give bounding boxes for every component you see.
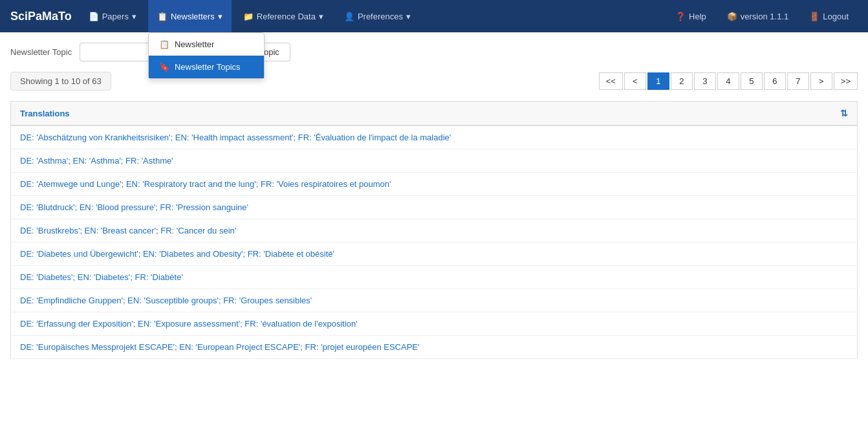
user-icon: 👤: [344, 12, 354, 21]
papers-caret-icon: ▾: [132, 12, 136, 21]
table-row: DE: 'Asthma'; EN: 'Asthma'; FR: 'Asthme': [11, 149, 858, 173]
reference-data-button[interactable]: 📁 Reference Data ▾: [234, 0, 332, 32]
sort-icon[interactable]: ⇅: [840, 108, 848, 118]
version-label: version 1.1.1: [741, 12, 788, 21]
page-7-button[interactable]: 7: [787, 72, 809, 90]
newspaper-icon: 📄: [89, 12, 99, 21]
table-cell-translations[interactable]: DE: 'Empfindliche Gruppen'; EN: 'Suscept…: [11, 289, 858, 312]
nav-reference-data: 📁 Reference Data ▾: [234, 0, 332, 32]
help-button[interactable]: ❓ Help: [666, 0, 715, 32]
table-header-row: Translations ⇅: [11, 102, 858, 126]
main-content: Newsletter Topic New Topic Showing 1 to …: [0, 32, 868, 369]
table-cell-translations[interactable]: DE: 'Atemwege und Lunge'; EN: 'Respirato…: [11, 173, 858, 196]
page-next-button[interactable]: >: [810, 72, 832, 90]
table-cell-translations[interactable]: DE: 'Erfassung der Exposition'; EN: 'Exp…: [11, 312, 858, 336]
help-label: Help: [689, 12, 706, 21]
table-cell-translations[interactable]: DE: 'Asthma'; EN: 'Asthma'; FR: 'Asthme': [11, 149, 858, 173]
search-label: Newsletter Topic: [10, 47, 72, 57]
brand[interactable]: SciPaMaTo: [10, 10, 72, 23]
newsletter-icon: 📋: [157, 12, 168, 21]
preferences-caret-icon: ▾: [406, 12, 411, 21]
table-cell-translations[interactable]: DE: 'Europäisches Messprojekt ESCAPE'; E…: [11, 336, 858, 359]
newsletter-item-label: Newsletter: [175, 39, 214, 49]
newsletter-topics-item-icon: 🔖: [159, 62, 169, 72]
table-row: DE: 'Blutdruck'; EN: 'Blood pressure'; F…: [11, 196, 858, 219]
version-icon: 📦: [727, 12, 737, 21]
page-first-button[interactable]: <<: [599, 72, 623, 90]
logout-icon: 🚪: [809, 12, 819, 21]
page-2-button[interactable]: 2: [671, 72, 693, 90]
table-cell-translations[interactable]: DE: 'Diabetes und Übergewicht'; EN: 'Dia…: [11, 243, 858, 266]
newsletters-dropdown: 📋 Newsletter 🔖 Newsletter Topics: [148, 32, 265, 79]
showing-text: Showing 1 to 10 of 63: [10, 72, 111, 91]
translations-header-label: Translations: [20, 109, 70, 118]
newsletters-button[interactable]: 📋 Newsletters ▾: [148, 0, 232, 32]
data-table: Translations ⇅ DE: 'Abschätzung von Kran…: [10, 101, 858, 359]
dropdown-item-newsletter[interactable]: 📋 Newsletter: [149, 33, 264, 56]
papers-label: Papers: [102, 12, 129, 21]
table-cell-translations[interactable]: DE: 'Abschätzung von Krankheitsrisiken';…: [11, 125, 858, 149]
table-cell-translations[interactable]: DE: 'Diabetes'; EN: 'Diabetes'; FR: 'Dia…: [11, 266, 858, 289]
table-row: DE: 'Empfindliche Gruppen'; EN: 'Suscept…: [11, 289, 858, 312]
logout-label: Logout: [823, 12, 849, 21]
table-row: DE: 'Diabetes und Übergewicht'; EN: 'Dia…: [11, 243, 858, 266]
newsletter-topics-item-label: Newsletter Topics: [175, 62, 241, 72]
page-6-button[interactable]: 6: [764, 72, 786, 90]
table-cell-translations[interactable]: DE: 'Blutdruck'; EN: 'Blood pressure'; F…: [11, 196, 858, 219]
nav-right: ❓ Help 📦 version 1.1.1 🚪 Logout: [666, 0, 858, 32]
folder-icon: 📁: [243, 12, 254, 21]
page-3-button[interactable]: 3: [694, 72, 716, 90]
reference-data-caret-icon: ▾: [319, 12, 323, 21]
dropdown-item-newsletter-topics[interactable]: 🔖 Newsletter Topics: [149, 56, 264, 78]
preferences-button[interactable]: 👤 Preferences ▾: [335, 0, 420, 32]
newsletters-label: Newsletters: [171, 12, 215, 21]
nav-newsletters: 📋 Newsletters ▾ 📋 Newsletter 🔖 Newslette…: [148, 0, 232, 32]
newsletter-item-icon: 📋: [159, 39, 169, 49]
table-body: DE: 'Abschätzung von Krankheitsrisiken';…: [11, 125, 858, 359]
translations-header: Translations ⇅: [11, 102, 857, 125]
version-button[interactable]: 📦 version 1.1.1: [718, 0, 797, 32]
navbar: SciPaMaTo 📄 Papers ▾ 📋 Newsletters ▾ 📋 N…: [0, 0, 868, 32]
preferences-label: Preferences: [358, 12, 403, 21]
table-row: DE: 'Brustkrebs'; EN: 'Breast cancer'; F…: [11, 219, 858, 243]
table-row: DE: 'Diabetes'; EN: 'Diabetes'; FR: 'Dia…: [11, 266, 858, 289]
table-row: DE: 'Europäisches Messprojekt ESCAPE'; E…: [11, 336, 858, 359]
table-row: DE: 'Erfassung der Exposition'; EN: 'Exp…: [11, 312, 858, 336]
logout-button[interactable]: 🚪 Logout: [800, 0, 858, 32]
page-5-button[interactable]: 5: [741, 72, 763, 90]
nav-papers: 📄 Papers ▾: [80, 0, 146, 32]
pagination-area: Showing 1 to 10 of 63 << < 1 2 3 4 5 6 7…: [10, 72, 858, 91]
help-icon: ❓: [675, 12, 686, 21]
page-last-button[interactable]: >>: [834, 72, 858, 90]
pagination: << < 1 2 3 4 5 6 7 > >>: [599, 72, 858, 90]
newsletters-caret-icon: ▾: [218, 12, 222, 21]
table-cell-translations[interactable]: DE: 'Brustkrebs'; EN: 'Breast cancer'; F…: [11, 219, 858, 243]
table-row: DE: 'Abschätzung von Krankheitsrisiken';…: [11, 125, 858, 149]
page-1-button[interactable]: 1: [647, 72, 669, 90]
papers-button[interactable]: 📄 Papers ▾: [80, 0, 146, 32]
table-row: DE: 'Atemwege und Lunge'; EN: 'Respirato…: [11, 173, 858, 196]
page-prev-button[interactable]: <: [624, 72, 646, 90]
search-area: Newsletter Topic New Topic: [10, 43, 858, 61]
reference-data-label: Reference Data: [257, 12, 316, 21]
page-4-button[interactable]: 4: [717, 72, 739, 90]
nav-preferences: 👤 Preferences ▾: [335, 0, 420, 32]
